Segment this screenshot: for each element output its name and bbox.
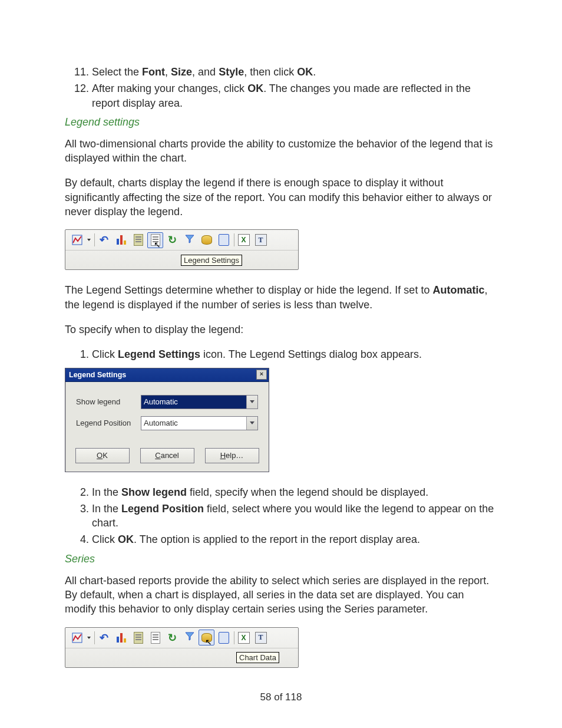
chart-type-button[interactable]: [69, 630, 85, 645]
cancel-button[interactable]: Cancel: [140, 448, 194, 463]
text: In the: [92, 486, 121, 498]
undo-button[interactable]: ↶: [96, 232, 112, 248]
bold-ok: OK: [118, 533, 134, 545]
heading-series: Series: [65, 553, 497, 565]
legend-settings-dialog: Legend Settings × Show legend Automatic …: [65, 368, 269, 472]
funnel-icon: [185, 234, 194, 246]
bold-legend-settings: Legend Settings: [118, 348, 200, 360]
toolbar-separator: [234, 233, 234, 246]
chart-data-button[interactable]: [199, 232, 214, 248]
paragraph: The Legend Settings determine whether to…: [65, 283, 497, 312]
text: The Legend Settings determine whether to…: [65, 284, 432, 296]
chart-type-button[interactable]: [69, 232, 85, 248]
show-legend-label: Show legend: [76, 397, 141, 406]
text: , then click: [244, 66, 297, 78]
legend-step-3: In the Legend Position field, select whe…: [92, 502, 497, 531]
tooltip-legend-settings: Legend Settings: [181, 255, 242, 266]
step-12: After making your changes, click OK. The…: [92, 81, 497, 110]
export-excel-button[interactable]: X: [236, 630, 252, 645]
toolbar-legend: ↶ ↖ ↻ X T Legend Settings: [65, 229, 299, 270]
toolbar-separator: [234, 631, 234, 644]
cursor-icon: ↖: [154, 240, 161, 249]
toolbar-tooltip-row: Legend Settings: [65, 251, 298, 269]
filter-button[interactable]: [181, 232, 197, 248]
document-page: Select the Font, Size, and Style, then c…: [0, 0, 562, 728]
filter-button[interactable]: [181, 630, 197, 645]
bold-size: Size: [171, 66, 192, 78]
line-chart-icon: [72, 633, 82, 643]
bar-chart-icon: [117, 633, 126, 643]
paragraph: By default, charts display the legend if…: [65, 176, 497, 219]
refresh-icon: ↻: [168, 631, 177, 644]
bold-automatic: Automatic: [432, 284, 484, 296]
chart-type-dropdown[interactable]: [86, 232, 92, 248]
toolbar-row: ↶ ↻ ↖ X T: [65, 628, 298, 648]
cursor-icon: ↖: [205, 637, 212, 647]
bold-ok: OK: [247, 83, 263, 94]
ok-rest: K: [103, 451, 108, 460]
heading-legend-settings: Legend settings: [65, 116, 497, 129]
undo-icon: ↶: [100, 631, 108, 644]
chart-data-button[interactable]: ↖: [199, 630, 214, 645]
doc-button[interactable]: [130, 232, 146, 248]
refresh-icon: ↻: [168, 233, 177, 246]
step-11: Select the Font, Size, and Style, then c…: [92, 65, 497, 79]
show-legend-combobox[interactable]: Automatic: [141, 395, 258, 409]
toolbar-separator: [94, 631, 95, 644]
refresh-button[interactable]: ↻: [164, 630, 180, 645]
legend-settings-icon: [151, 632, 160, 644]
text: . The option is applied to the report in…: [134, 533, 420, 545]
help-rest: elp…: [226, 451, 243, 460]
show-legend-row: Show legend Automatic: [76, 395, 258, 409]
toolbar-tooltip-row: Chart Data: [65, 648, 298, 667]
bold-ok: OK: [297, 66, 313, 78]
bar-chart-icon: [117, 235, 126, 245]
legend-steps-list-2: In the Show legend field, specify when t…: [65, 485, 497, 547]
text: icon. The Legend Settings dialog box app…: [200, 348, 422, 360]
legend-position-label: Legend Position: [76, 419, 141, 427]
help-mnemonic: H: [220, 451, 226, 460]
export-excel-button[interactable]: X: [236, 232, 252, 248]
legend-step-4: Click OK. The option is applied to the r…: [92, 532, 497, 546]
undo-button[interactable]: ↶: [96, 630, 112, 645]
tool-icon: [219, 234, 229, 246]
legend-position-value: Automatic: [141, 417, 246, 430]
bars-button[interactable]: [113, 232, 129, 248]
text-button[interactable]: T: [253, 232, 269, 248]
tool-button[interactable]: [216, 232, 232, 248]
dialog-buttons: OK Cancel Help…: [65, 443, 269, 472]
text: field, specify when the legend should be…: [187, 486, 428, 498]
paragraph: All two-dimensional charts provide the a…: [65, 137, 497, 166]
document-icon: [134, 234, 143, 246]
bold-style: Style: [219, 66, 244, 78]
doc-button[interactable]: [130, 630, 146, 645]
refresh-button[interactable]: ↻: [164, 232, 180, 248]
help-button[interactable]: Help…: [205, 448, 259, 463]
text-button[interactable]: T: [253, 630, 269, 645]
ok-mnemonic: O: [97, 451, 103, 460]
bars-button[interactable]: [113, 630, 129, 645]
text: After making your changes, click: [92, 83, 247, 94]
paragraph: All chart-based reports provide the abil…: [65, 574, 497, 617]
bold-show-legend: Show legend: [121, 486, 187, 498]
tool-button[interactable]: [216, 630, 232, 645]
dropdown-icon: [246, 396, 257, 409]
legend-position-combobox[interactable]: Automatic: [141, 416, 258, 430]
text: .: [313, 66, 316, 78]
dialog-close-button[interactable]: ×: [256, 370, 267, 380]
ok-button[interactable]: OK: [75, 448, 130, 463]
legend-step-2: In the Show legend field, specify when t…: [92, 485, 497, 499]
line-chart-icon: [72, 235, 82, 245]
dropdown-icon: [246, 417, 257, 430]
database-icon: [201, 235, 212, 245]
dialog-body: Show legend Automatic Legend Position Au…: [65, 382, 269, 443]
legend-settings-button[interactable]: ↖: [147, 232, 163, 248]
text: In the: [92, 503, 121, 515]
bold-legend-position: Legend Position: [121, 503, 204, 515]
text: Click: [92, 533, 118, 545]
text: ,: [165, 66, 171, 78]
toolbar-row: ↶ ↖ ↻ X T: [65, 230, 298, 251]
legend-settings-button[interactable]: [147, 630, 163, 645]
chart-type-dropdown[interactable]: [86, 630, 92, 645]
legend-step-1: Click Legend Settings icon. The Legend S…: [92, 347, 497, 361]
